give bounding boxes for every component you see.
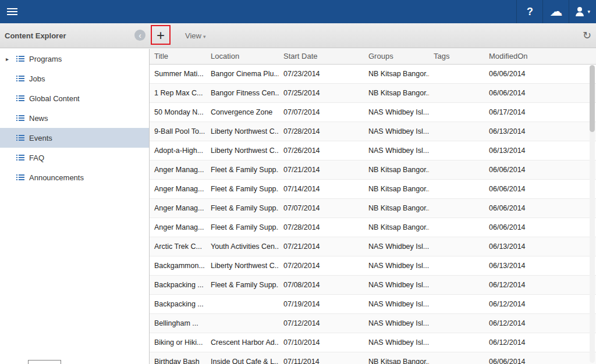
table-row[interactable]: Adopt-a-High...Liberty Northwest C...07/… (150, 141, 596, 160)
table-cell: NB Kitsap Bangor... (364, 160, 429, 179)
collapse-back-button[interactable]: ‹ (134, 30, 146, 41)
cloud-icon: ☁ (549, 5, 562, 18)
chevron-left-icon: ‹ (139, 31, 141, 40)
table-cell: Anger Manag... (150, 179, 206, 198)
column-header-modifiedon[interactable]: ModifiedOn (484, 49, 596, 64)
table-row[interactable]: Biking or Hiki...Crescent Harbor Ad...07… (150, 333, 596, 352)
table-cell: Youth Activities Cen... (206, 237, 279, 256)
table-cell: Anger Manag... (150, 160, 206, 179)
table-cell: NB Kitsap Bangor... (364, 352, 429, 364)
add-button[interactable]: + (153, 28, 168, 43)
table-cell: NAS Whidbey Isl... (364, 237, 429, 256)
sidebar-item-label: Programs (29, 55, 62, 63)
table-cell: Bangor Fitness Cen... (206, 83, 279, 102)
table-cell: NAS Whidbey Isl... (364, 275, 429, 294)
column-header-groups[interactable]: Groups (364, 49, 429, 64)
table-row[interactable]: Anger Manag...Fleet & Family Supp...07/2… (150, 217, 596, 237)
sidebar-item-news[interactable]: News (0, 108, 149, 128)
table-cell: 06/12/2014 (484, 294, 596, 313)
table-row[interactable]: Anger Manag...Fleet & Family Supp...07/0… (150, 198, 596, 217)
sidebar-item-programs[interactable]: ▸Programs (0, 49, 149, 69)
table-row[interactable]: Bellingham ...07/12/2014NAS Whidbey Isl.… (150, 313, 596, 333)
cloud-button[interactable]: ☁ (542, 0, 569, 23)
table-row[interactable]: Backpacking ...Fleet & Family Supp...07/… (150, 275, 596, 294)
column-header-title[interactable]: Title (150, 49, 206, 64)
view-dropdown[interactable]: View▾ (185, 31, 205, 40)
table-row[interactable]: Birthday BashInside Out Cafe & L...07/11… (150, 352, 596, 364)
sidebar-item-label: Events (29, 134, 52, 142)
user-menu-button[interactable]: ▾ (569, 0, 596, 23)
table-cell: 06/17/2014 (484, 102, 596, 122)
table-cell: Backgammon... (150, 256, 206, 275)
sidebar-item-jobs[interactable]: Jobs (0, 69, 149, 88)
table-cell: 07/07/2014 (279, 198, 364, 217)
table-cell: NB Kitsap Bangor... (364, 179, 429, 198)
table-cell: NAS Whidbey Isl... (364, 141, 429, 160)
table-cell: Summer Mati... (150, 64, 206, 83)
table-cell: NB Kitsap Bangor... (364, 83, 429, 102)
table-row[interactable]: 9-Ball Pool To...Liberty Northwest C...0… (150, 122, 596, 141)
column-header-location[interactable]: Location (206, 49, 279, 64)
sidebar-item-global-content[interactable]: Global Content (0, 88, 149, 108)
sidebar-item-label: News (29, 114, 48, 123)
events-table-container: TitleLocationStart DateGroupsTagsModifie… (150, 49, 596, 364)
table-cell: 07/07/2014 (279, 102, 364, 122)
sidebar-item-faq[interactable]: FAQ (0, 148, 149, 167)
table-cell: 07/21/2014 (279, 160, 364, 179)
expand-arrow-icon[interactable]: ▸ (6, 56, 9, 62)
table-cell: Adopt-a-High... (150, 141, 206, 160)
table-cell: Backpacking ... (150, 275, 206, 294)
table-row[interactable]: Backpacking ...07/19/2014NAS Whidbey Isl… (150, 294, 596, 313)
help-button[interactable]: ? (516, 0, 542, 23)
table-cell (429, 275, 484, 294)
table-row[interactable]: Summer Mati...Bangor Cinema Plu...07/23/… (150, 64, 596, 83)
table-cell (206, 313, 279, 333)
table-cell: Bellingham ... (150, 313, 206, 333)
sidebar-item-label: Jobs (29, 74, 45, 83)
page-title: Content Explorer (5, 31, 66, 40)
hamburger-icon[interactable] (0, 0, 24, 23)
column-header-tags[interactable]: Tags (429, 49, 484, 64)
table-cell (429, 64, 484, 83)
table-row[interactable]: Backgammon...Liberty Northwest C...07/20… (150, 256, 596, 275)
column-header-start-date[interactable]: Start Date (279, 49, 364, 64)
vertical-scrollbar[interactable] (590, 65, 595, 363)
toolbar: Content Explorer ‹ + View▾ ↻ (0, 23, 596, 48)
table-cell: 06/13/2014 (484, 141, 596, 160)
partial-overlay (28, 360, 61, 364)
table-cell (429, 256, 484, 275)
table-cell: 06/13/2014 (484, 256, 596, 275)
sidebar-item-events[interactable]: Events (0, 128, 149, 148)
user-icon (575, 8, 584, 16)
table-cell: 06/06/2014 (484, 160, 596, 179)
table-row[interactable]: Anger Manag...Fleet & Family Supp...07/2… (150, 160, 596, 179)
table-cell (429, 313, 484, 333)
list-icon (16, 55, 24, 63)
topbar-actions: ? ☁ ▾ (516, 0, 596, 23)
table-cell: 06/06/2014 (484, 217, 596, 237)
table-cell: NAS Whidbey Isl... (364, 333, 429, 352)
table-cell (429, 122, 484, 141)
table-row[interactable]: 50 Monday N...Convergence Zone07/07/2014… (150, 102, 596, 122)
table-row[interactable]: 1 Rep Max C...Bangor Fitness Cen...07/25… (150, 83, 596, 102)
sidebar-item-announcements[interactable]: Announcements (0, 167, 149, 187)
table-cell: NAS Whidbey Isl... (364, 102, 429, 122)
table-cell: NB Kitsap Bangor... (364, 217, 429, 237)
table-cell: 07/26/2014 (279, 141, 364, 160)
table-cell: 06/06/2014 (484, 83, 596, 102)
table-cell: NAS Whidbey Isl... (364, 294, 429, 313)
sidebar-item-label: FAQ (29, 154, 44, 162)
table-cell (429, 294, 484, 313)
table-cell: 06/13/2014 (484, 237, 596, 256)
scrollbar-thumb[interactable] (590, 65, 595, 132)
table-cell (429, 102, 484, 122)
table-cell: NAS Whidbey Isl... (364, 122, 429, 141)
table-cell (429, 198, 484, 217)
events-table: TitleLocationStart DateGroupsTagsModifie… (150, 49, 596, 364)
table-cell (429, 217, 484, 237)
refresh-button[interactable]: ↻ (583, 29, 591, 42)
table-row[interactable]: Arctic Trek C...Youth Activities Cen...0… (150, 237, 596, 256)
table-cell: 06/12/2014 (484, 333, 596, 352)
table-row[interactable]: Anger Manag...Fleet & Family Supp...07/1… (150, 179, 596, 198)
table-cell: 07/10/2014 (279, 333, 364, 352)
